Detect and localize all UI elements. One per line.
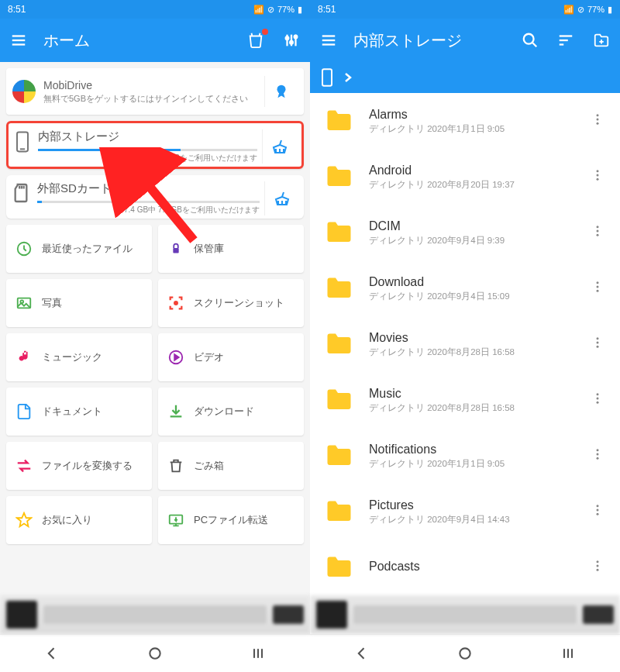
svg-point-50 bbox=[597, 398, 599, 400]
recent-icon[interactable] bbox=[557, 643, 579, 664]
folder-meta: ディレクトリ2020年9月4日 9:39 bbox=[369, 235, 586, 246]
more-icon[interactable] bbox=[586, 498, 609, 525]
tile-screenshots[interactable]: スクリーンショット bbox=[158, 279, 304, 327]
external-storage-title: 外部SDカード bbox=[37, 181, 260, 196]
tile-document[interactable]: ドキュメント bbox=[6, 388, 152, 436]
svg-point-7 bbox=[290, 41, 293, 44]
more-icon[interactable] bbox=[586, 275, 609, 302]
svg-point-56 bbox=[597, 509, 599, 512]
folder-row[interactable]: Androidディレクトリ2020年8月20日 19:37 bbox=[310, 149, 620, 205]
external-storage-card[interactable]: 外部SDカード 7.4 GB中 7.4 GBをご利用いただけます bbox=[6, 175, 304, 219]
svg-point-34 bbox=[597, 114, 599, 116]
folder-meta: ディレクトリ2020年8月28日 16:58 bbox=[369, 346, 586, 358]
page-title: ホーム bbox=[43, 30, 231, 51]
clean-icon[interactable] bbox=[262, 129, 297, 164]
svg-point-65 bbox=[460, 648, 470, 658]
ad-banner-left[interactable] bbox=[0, 595, 310, 634]
svg-point-53 bbox=[597, 453, 599, 456]
home-content: MobiDrive 無料で5GBをゲットするにはサインインしてください 内部スト… bbox=[0, 62, 310, 595]
back-icon[interactable] bbox=[41, 643, 63, 664]
svg-rect-33 bbox=[322, 69, 332, 85]
home-icon[interactable] bbox=[144, 643, 166, 664]
status-icons: 📶⊘77%▮ bbox=[253, 5, 302, 15]
phone-icon bbox=[15, 131, 30, 156]
internal-storage-card[interactable]: 内部ストレージ 23.0 GB中 8.1 GBをご利用いただけます bbox=[6, 121, 304, 169]
svg-point-26 bbox=[524, 34, 534, 44]
internal-storage-info: 23.0 GB中 8.1 GBをご利用いただけます bbox=[38, 153, 257, 164]
mobidrive-logo-icon bbox=[12, 80, 36, 103]
clean-icon[interactable] bbox=[264, 181, 299, 215]
folder-row[interactable]: Podcasts bbox=[310, 539, 620, 595]
folder-meta: ディレクトリ2020年9月4日 15:09 bbox=[369, 291, 586, 302]
folder-row[interactable]: Notificationsディレクトリ2020年1月1日 9:05 bbox=[310, 428, 620, 484]
svg-point-51 bbox=[597, 401, 599, 404]
tile-video[interactable]: ビデオ bbox=[158, 333, 304, 381]
back-icon[interactable] bbox=[351, 643, 373, 664]
appbar-storage: 内部ストレージ bbox=[310, 19, 620, 62]
svg-point-39 bbox=[597, 178, 599, 181]
tile-download[interactable]: ダウンロード bbox=[158, 388, 304, 436]
sdcard-icon bbox=[12, 183, 29, 206]
folder-row[interactable]: Downloadディレクトリ2020年9月4日 15:09 bbox=[310, 260, 620, 316]
tile-music[interactable]: ミュージック bbox=[6, 333, 152, 381]
svg-point-8 bbox=[294, 36, 298, 39]
tile-favorites[interactable]: お気に入り bbox=[6, 496, 152, 544]
svg-point-45 bbox=[597, 290, 599, 292]
tile-vault[interactable]: 保管庫 bbox=[158, 225, 304, 273]
mobidrive-title: MobiDrive bbox=[43, 79, 264, 91]
recent-icon[interactable] bbox=[247, 643, 269, 664]
mobidrive-card[interactable]: MobiDrive 無料で5GBをゲットするにはサインインしてください bbox=[6, 68, 304, 115]
more-icon[interactable] bbox=[586, 219, 609, 246]
home-screen: 8:51 📶⊘77%▮ ホーム bbox=[0, 0, 310, 634]
folder-name: Alarms bbox=[369, 108, 586, 122]
more-icon[interactable] bbox=[586, 164, 609, 190]
more-icon[interactable] bbox=[586, 554, 609, 581]
svg-point-49 bbox=[597, 393, 599, 395]
filter-icon[interactable] bbox=[281, 29, 302, 51]
sort-icon[interactable] bbox=[555, 29, 577, 51]
folder-row[interactable]: Musicディレクトリ2020年8月28日 16:58 bbox=[310, 372, 620, 428]
more-icon[interactable] bbox=[586, 387, 609, 413]
folder-name: Download bbox=[369, 275, 586, 289]
page-title: 内部ストレージ bbox=[353, 30, 505, 51]
search-icon[interactable] bbox=[519, 29, 541, 51]
folder-name: Podcasts bbox=[369, 560, 586, 574]
svg-point-47 bbox=[597, 342, 599, 344]
svg-point-44 bbox=[597, 286, 599, 288]
menu-icon[interactable] bbox=[8, 29, 29, 51]
tile-recent[interactable]: 最近使ったファイル bbox=[6, 225, 152, 273]
svg-point-52 bbox=[597, 449, 599, 451]
svg-point-55 bbox=[597, 505, 599, 507]
folder-row[interactable]: DCIMディレクトリ2020年9月4日 9:39 bbox=[310, 205, 620, 260]
svg-point-57 bbox=[597, 513, 599, 515]
folder-meta: ディレクトリ2020年1月1日 9:05 bbox=[369, 458, 586, 470]
folder-name: Movies bbox=[369, 331, 586, 345]
menu-icon[interactable] bbox=[318, 29, 339, 51]
chevron-right-icon bbox=[344, 72, 352, 83]
svg-point-43 bbox=[597, 281, 599, 284]
tile-photos[interactable]: 写真 bbox=[6, 279, 152, 327]
folder-name: Music bbox=[369, 387, 586, 401]
shop-icon[interactable] bbox=[245, 29, 267, 51]
mobidrive-desc: 無料で5GBをゲットするにはサインインしてください bbox=[43, 93, 264, 104]
more-icon[interactable] bbox=[586, 108, 609, 134]
home-icon[interactable] bbox=[454, 643, 476, 664]
tile-trash[interactable]: ごみ箱 bbox=[158, 442, 304, 490]
svg-point-58 bbox=[597, 560, 599, 563]
tile-pctransfer[interactable]: PCファイル転送 bbox=[158, 496, 304, 544]
svg-point-59 bbox=[597, 565, 599, 567]
storage-screen: 8:51 📶⊘77%▮ 内部ストレージ Alarmsディレクトリ202 bbox=[310, 0, 620, 634]
folder-row[interactable]: Moviesディレクトリ2020年8月28日 16:58 bbox=[310, 316, 620, 372]
folder-row[interactable]: Picturesディレクトリ2020年9月4日 14:43 bbox=[310, 484, 620, 539]
more-icon[interactable] bbox=[586, 443, 609, 469]
tile-convert[interactable]: ファイルを変換する bbox=[6, 442, 152, 490]
svg-point-41 bbox=[597, 230, 599, 233]
folder-row[interactable]: Alarmsディレクトリ2020年1月1日 9:05 bbox=[310, 93, 620, 149]
breadcrumb[interactable] bbox=[310, 62, 620, 93]
status-bar-right: 8:51 📶⊘77%▮ bbox=[310, 0, 620, 19]
more-icon[interactable] bbox=[586, 331, 609, 357]
phone-icon bbox=[321, 68, 333, 87]
ad-banner-right[interactable] bbox=[310, 595, 620, 634]
award-icon bbox=[264, 76, 298, 107]
new-folder-icon[interactable] bbox=[591, 29, 612, 51]
